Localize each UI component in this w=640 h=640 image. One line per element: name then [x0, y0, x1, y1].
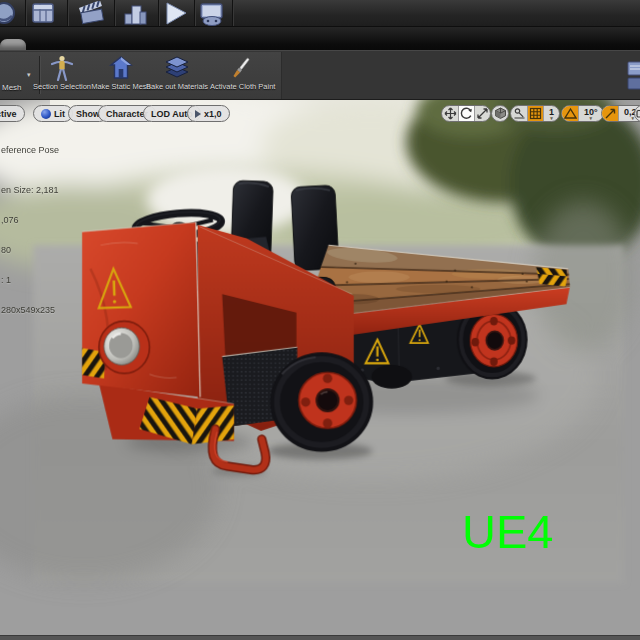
button-label: Activate Cloth Paint	[210, 82, 272, 91]
launch-icon[interactable]	[199, 1, 225, 26]
rotate-icon	[460, 107, 473, 120]
bake-out-materials-button[interactable]: Bake out Materials	[146, 53, 208, 98]
transform-tools-group	[441, 105, 491, 122]
playback-speed-label: x1,0	[204, 109, 222, 119]
mannequin-icon	[49, 55, 75, 81]
tab-corner[interactable]	[0, 39, 26, 50]
ue4-watermark: UE4	[462, 504, 553, 559]
cart-preview-mesh	[0, 100, 640, 640]
activate-cloth-paint-button[interactable]: Activate Cloth Paint	[210, 53, 272, 98]
editor-mode-icon[interactable]	[0, 1, 17, 26]
angle-snap-icon	[564, 107, 577, 120]
cinematics-icon[interactable]	[78, 1, 104, 26]
playback-speed-button[interactable]: x1,0	[187, 105, 230, 122]
rotation-snap-toggle[interactable]	[562, 106, 578, 121]
scale-snap-toggle[interactable]	[602, 106, 618, 121]
chevron-down-icon: ▾	[550, 117, 553, 120]
surface-snap-icon	[513, 107, 526, 120]
grid-snap-group: 1 ▾	[510, 105, 560, 122]
camera-speed-cell[interactable]	[635, 106, 640, 121]
show-label: Show	[76, 109, 100, 119]
cube-icon	[494, 107, 507, 120]
lit-mode-button[interactable]: Lit	[33, 105, 73, 122]
grid-snap-toggle[interactable]	[527, 106, 543, 121]
preview-viewport[interactable]: Perspective Lit Show Character LOD Auto …	[0, 100, 640, 640]
scale-snap-icon	[604, 107, 617, 120]
stats-line: eference Pose	[1, 145, 59, 155]
toolbar-separator	[67, 0, 68, 27]
toolbar-separator	[114, 0, 115, 27]
button-label: Section Selection	[30, 82, 94, 91]
preview-stats: eference Pose en Size: 2,181 ,076 80 : 1…	[1, 125, 59, 335]
scale-tool-button[interactable]	[474, 106, 490, 121]
blueprints-icon[interactable]	[30, 1, 56, 26]
make-static-mesh-button[interactable]: Make Static Mesh	[90, 53, 152, 98]
material-layers-icon	[164, 55, 190, 81]
toolbar-separator	[158, 0, 159, 27]
chevron-down-icon: ▾	[632, 117, 635, 120]
move-tool-button[interactable]	[442, 106, 458, 121]
camera-icon	[636, 107, 640, 120]
toolbar-separator	[25, 0, 26, 27]
button-label: Make Static Mesh	[90, 82, 152, 91]
main-toolbar	[0, 0, 640, 27]
play-icon	[195, 110, 201, 118]
static-mesh-house-icon	[108, 55, 134, 81]
ue4-editor-window: Mesh ▾ Section Selection Make Static Mes…	[0, 0, 640, 640]
docked-panel-icon[interactable]	[627, 61, 640, 91]
play-icon[interactable]	[163, 1, 189, 26]
chevron-down-icon: ▾	[590, 117, 593, 120]
cloth-paint-brush-icon	[228, 55, 254, 81]
perspective-button[interactable]: Perspective	[0, 105, 25, 122]
rotation-snap-group: 10° ▾	[561, 105, 604, 122]
toolbar-separator	[232, 0, 233, 27]
rotate-tool-button[interactable]	[458, 106, 474, 121]
stats-line: en Size: 2,181	[1, 185, 59, 195]
asset-toolbar: Mesh ▾ Section Selection Make Static Mes…	[0, 50, 640, 100]
viewport-bottom-edge	[0, 635, 640, 640]
stats-line: : 1	[1, 275, 59, 285]
tab-well	[0, 27, 640, 50]
move-icon	[444, 107, 457, 120]
toolbar-separator	[194, 0, 195, 27]
character-label: Character	[106, 109, 148, 119]
build-icon[interactable]	[122, 1, 148, 26]
stats-line: 80	[1, 245, 59, 255]
lit-sphere-icon	[41, 109, 51, 119]
lit-label: Lit	[54, 109, 65, 119]
preview-mesh-label: Mesh	[2, 83, 22, 92]
stats-line: ,076	[1, 215, 59, 225]
section-selection-button[interactable]: Section Selection	[30, 53, 94, 98]
stats-line: 280x549x235	[1, 305, 59, 315]
perspective-label: Perspective	[0, 109, 17, 119]
coordinate-space-button[interactable]	[491, 105, 509, 122]
surface-snap-button[interactable]	[511, 106, 527, 121]
rotation-snap-value[interactable]: 10° ▾	[578, 106, 603, 121]
scale-icon	[476, 107, 489, 120]
world-space-cell[interactable]	[492, 106, 508, 121]
button-label: Bake out Materials	[146, 82, 208, 91]
grid-icon	[529, 107, 542, 120]
grid-snap-value[interactable]: 1 ▾	[543, 106, 559, 121]
